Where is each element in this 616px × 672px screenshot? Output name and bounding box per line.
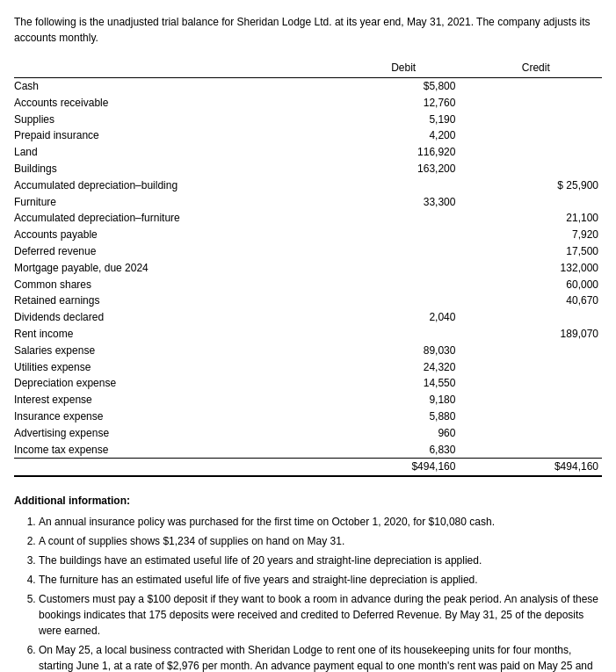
row-debit: 6,830 bbox=[337, 442, 470, 459]
row-label: Interest expense bbox=[14, 392, 337, 408]
row-debit bbox=[337, 293, 470, 309]
row-label: Income tax expense bbox=[14, 442, 337, 459]
row-debit bbox=[337, 227, 470, 243]
row-credit bbox=[469, 78, 602, 95]
table-row: Rent income189,070 bbox=[14, 326, 602, 343]
row-label: Accounts receivable bbox=[14, 95, 337, 112]
row-credit: 7,920 bbox=[469, 227, 602, 243]
row-credit: 189,070 bbox=[469, 326, 602, 343]
additional-list: An annual insurance policy was purchased… bbox=[14, 514, 602, 672]
table-row: Utilities expense24,320 bbox=[14, 359, 602, 376]
row-credit: 17,500 bbox=[469, 243, 602, 260]
table-row: Retained earnings40,670 bbox=[14, 293, 602, 309]
intro-text: The following is the unadjusted trial ba… bbox=[14, 14, 602, 46]
total-row: $494,160 $494,160 bbox=[14, 459, 602, 476]
table-row: Income tax expense6,830 bbox=[14, 442, 602, 459]
debit-header: Debit bbox=[337, 60, 470, 78]
row-credit: 132,000 bbox=[469, 260, 602, 277]
additional-item: A count of supplies shows $1,234 of supp… bbox=[39, 533, 602, 549]
row-credit bbox=[469, 425, 602, 442]
row-credit bbox=[469, 408, 602, 425]
table-row: Accumulated depreciation–building$ 25,90… bbox=[14, 177, 602, 194]
row-credit bbox=[469, 442, 602, 459]
row-debit: 163,200 bbox=[337, 161, 470, 177]
table-row: Land116,920 bbox=[14, 144, 602, 161]
additional-item: The furniture has an estimated useful li… bbox=[39, 572, 602, 588]
row-credit bbox=[469, 112, 602, 128]
row-credit bbox=[469, 359, 602, 376]
total-label bbox=[14, 459, 337, 476]
row-debit: $5,800 bbox=[337, 78, 470, 95]
table-row: Advertising expense960 bbox=[14, 425, 602, 442]
row-debit bbox=[337, 243, 470, 260]
row-label: Dividends declared bbox=[14, 309, 337, 326]
row-debit: 5,880 bbox=[337, 408, 470, 425]
total-debit: $494,160 bbox=[337, 459, 470, 476]
row-label: Supplies bbox=[14, 112, 337, 128]
row-label: Retained earnings bbox=[14, 293, 337, 309]
row-debit: 5,190 bbox=[337, 112, 470, 128]
table-row: Accounts payable7,920 bbox=[14, 227, 602, 243]
table-row: Insurance expense5,880 bbox=[14, 408, 602, 425]
trial-balance-table: Debit Credit Cash$5,800Accounts receivab… bbox=[14, 60, 602, 477]
row-debit bbox=[337, 277, 470, 293]
table-row: Dividends declared2,040 bbox=[14, 309, 602, 326]
row-credit bbox=[469, 375, 602, 392]
additional-item: An annual insurance policy was purchased… bbox=[39, 514, 602, 530]
table-row: Accumulated depreciation–furniture21,100 bbox=[14, 210, 602, 227]
table-row: Common shares60,000 bbox=[14, 277, 602, 293]
row-debit: 2,040 bbox=[337, 309, 470, 326]
row-debit: 9,180 bbox=[337, 392, 470, 408]
row-credit bbox=[469, 161, 602, 177]
table-row: Deferred revenue17,500 bbox=[14, 243, 602, 260]
row-debit bbox=[337, 210, 470, 227]
row-debit bbox=[337, 260, 470, 277]
row-label: Insurance expense bbox=[14, 408, 337, 425]
row-debit bbox=[337, 326, 470, 343]
total-credit: $494,160 bbox=[469, 459, 602, 476]
credit-header: Credit bbox=[469, 60, 602, 78]
table-row: Supplies5,190 bbox=[14, 112, 602, 128]
row-debit bbox=[337, 177, 470, 194]
row-credit bbox=[469, 392, 602, 408]
row-label: Common shares bbox=[14, 277, 337, 293]
table-row: Mortgage payable, due 2024132,000 bbox=[14, 260, 602, 277]
row-credit bbox=[469, 95, 602, 112]
table-row: Prepaid insurance4,200 bbox=[14, 127, 602, 144]
table-row: Cash$5,800 bbox=[14, 78, 602, 95]
additional-info: Additional information: An annual insura… bbox=[14, 495, 602, 672]
row-label: Deferred revenue bbox=[14, 243, 337, 260]
row-label: Mortgage payable, due 2024 bbox=[14, 260, 337, 277]
table-row: Interest expense9,180 bbox=[14, 392, 602, 408]
table-row: Depreciation expense14,550 bbox=[14, 375, 602, 392]
row-credit bbox=[469, 343, 602, 359]
row-credit: $ 25,900 bbox=[469, 177, 602, 194]
table-row: Accounts receivable12,760 bbox=[14, 95, 602, 112]
row-debit: 12,760 bbox=[337, 95, 470, 112]
row-credit bbox=[469, 194, 602, 211]
table-row: Buildings163,200 bbox=[14, 161, 602, 177]
additional-item: Customers must pay a $100 deposit if the… bbox=[39, 591, 602, 639]
row-credit bbox=[469, 144, 602, 161]
additional-item: On May 25, a local business contracted w… bbox=[39, 642, 602, 672]
row-label: Accumulated depreciation–furniture bbox=[14, 210, 337, 227]
row-label: Accounts payable bbox=[14, 227, 337, 243]
row-debit: 116,920 bbox=[337, 144, 470, 161]
row-credit: 40,670 bbox=[469, 293, 602, 309]
table-row: Furniture33,300 bbox=[14, 194, 602, 211]
row-label: Prepaid insurance bbox=[14, 127, 337, 144]
row-label: Accumulated depreciation–building bbox=[14, 177, 337, 194]
row-debit: 4,200 bbox=[337, 127, 470, 144]
row-credit bbox=[469, 309, 602, 326]
row-debit: 89,030 bbox=[337, 343, 470, 359]
row-label: Advertising expense bbox=[14, 425, 337, 442]
row-credit: 60,000 bbox=[469, 277, 602, 293]
row-debit: 14,550 bbox=[337, 375, 470, 392]
row-label: Salaries expense bbox=[14, 343, 337, 359]
row-credit bbox=[469, 127, 602, 144]
row-label: Cash bbox=[14, 78, 337, 95]
row-label: Utilities expense bbox=[14, 359, 337, 376]
additional-item: The buildings have an estimated useful l… bbox=[39, 553, 602, 568]
label-col-header bbox=[14, 60, 337, 78]
table-row: Salaries expense89,030 bbox=[14, 343, 602, 359]
